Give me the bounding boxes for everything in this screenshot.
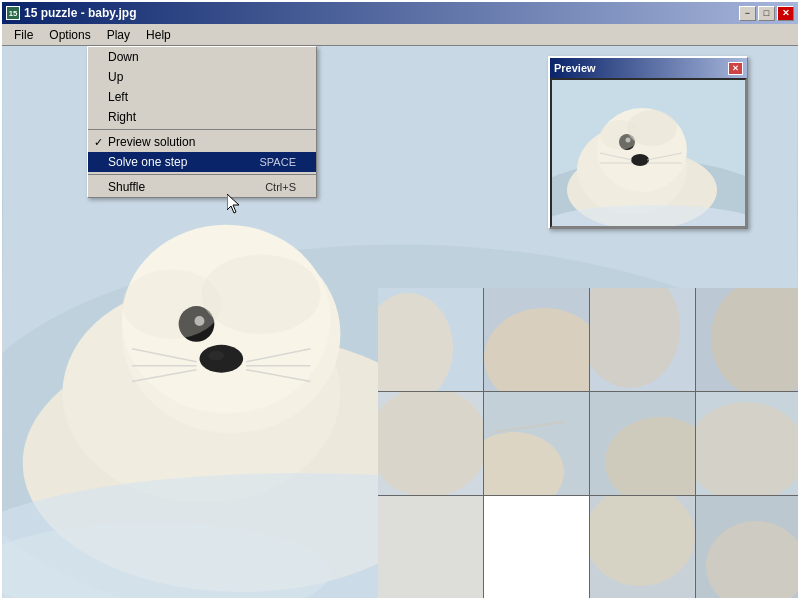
svg-point-54 [600,120,640,150]
shuffle-shortcut: Ctrl+S [265,181,296,193]
title-controls: − □ ✕ [739,6,794,21]
svg-point-31 [378,392,483,495]
maximize-button[interactable]: □ [758,6,775,21]
menu-separator-1 [88,129,316,130]
puzzle-piece-9[interactable] [378,496,483,598]
menu-item-options[interactable]: Options [41,26,98,44]
menu-play-left[interactable]: Left [88,87,316,107]
svg-text:15: 15 [9,9,18,18]
svg-rect-40 [378,496,483,598]
puzzle-piece-empty[interactable] [484,496,589,598]
puzzle-piece-4[interactable] [696,288,798,391]
title-bar: 15 15 puzzle - baby.jpg − □ ✕ [2,2,798,24]
preview-title-bar: Preview ✕ [550,58,747,78]
menu-play-down[interactable]: Down [88,47,316,67]
puzzle-piece-3[interactable] [590,288,695,391]
svg-point-29 [711,288,798,391]
menu-separator-2 [88,174,316,175]
puzzle-piece-11[interactable] [696,496,798,598]
play-dropdown-menu: Down Up Left Right Preview solution Solv… [87,46,317,198]
menu-play-up[interactable]: Up [88,67,316,87]
window-title: 15 puzzle - baby.jpg [24,6,136,20]
puzzle-grid [378,288,798,598]
menu-play-shuffle[interactable]: Shuffle Ctrl+S [88,177,316,197]
menu-play-solve-one-step[interactable]: Solve one step SPACE [88,152,316,172]
close-window-button[interactable]: ✕ [777,6,794,21]
preview-window: Preview ✕ [548,56,748,229]
puzzle-piece-10[interactable] [590,496,695,598]
app-icon: 15 [6,6,20,20]
svg-point-38 [696,402,798,495]
puzzle-piece-2[interactable] [484,288,589,391]
menu-item-help[interactable]: Help [138,26,179,44]
preview-close-button[interactable]: ✕ [728,62,743,75]
puzzle-piece-5[interactable] [378,392,483,495]
preview-image [550,78,747,228]
preview-title: Preview [554,62,596,74]
puzzle-piece-8[interactable] [696,392,798,495]
puzzle-piece-1[interactable] [378,288,483,391]
menu-play-preview-solution[interactable]: Preview solution [88,132,316,152]
menu-item-file[interactable]: File [6,26,41,44]
puzzle-piece-7[interactable] [590,392,695,495]
app-window: 15 15 puzzle - baby.jpg − □ ✕ File Optio… [0,0,800,600]
puzzle-piece-6[interactable] [484,392,589,495]
menu-play-right[interactable]: Right [88,107,316,127]
solve-one-step-shortcut: SPACE [260,156,296,168]
menu-item-play[interactable]: Play [99,26,138,44]
minimize-button[interactable]: − [739,6,756,21]
menu-bar: File Options Play Help [2,24,798,46]
svg-point-52 [631,154,649,166]
title-bar-left: 15 15 puzzle - baby.jpg [6,6,136,20]
preview-seal-svg [552,80,747,228]
